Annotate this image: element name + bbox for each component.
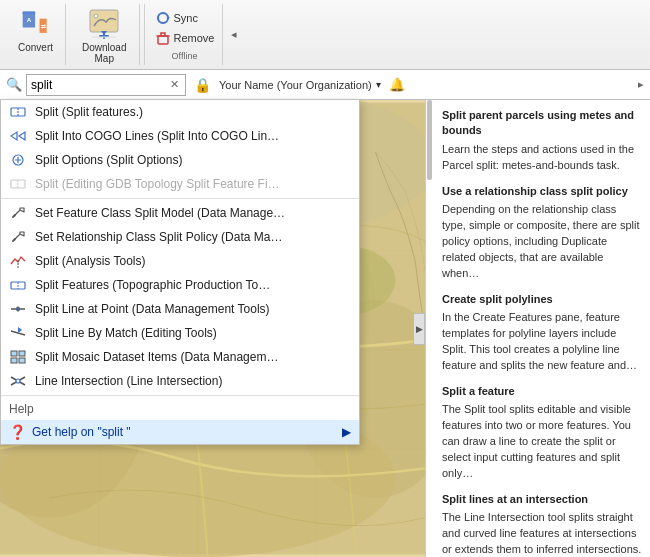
get-help-label: Get help on "split " — [32, 425, 131, 439]
dropdown-help-label: Help — [1, 398, 359, 420]
dropdown-separator-2 — [1, 395, 359, 396]
svg-text:⇄: ⇄ — [40, 23, 45, 30]
dropdown-item-split-options[interactable]: Split Options (Split Options) — [1, 148, 359, 172]
dropdown-arrow[interactable]: ▾ — [376, 79, 381, 90]
search-bar: 🔍 ✕ 🔒 Your Name (Your Organization) ▾ 🔔 … — [0, 70, 650, 100]
remove-label: Remove — [174, 32, 215, 44]
dropdown-item-split-cogo[interactable]: Split Into COGO Lines (Split Into COGO L… — [1, 124, 359, 148]
search-icon: 🔍 — [6, 77, 22, 92]
dropdown-item-split-line-point[interactable]: Split Line at Point (Data Management Too… — [1, 297, 359, 321]
notification-bell-icon[interactable]: 🔔 — [389, 77, 405, 92]
dropdown-item-label: Split Line at Point (Data Management Too… — [35, 302, 270, 316]
svg-text:A: A — [26, 16, 31, 23]
sync-button[interactable]: Sync — [153, 9, 217, 27]
split-analysis-icon — [9, 253, 27, 269]
svg-rect-15 — [19, 351, 25, 356]
help-circle-icon: ❓ — [9, 424, 26, 440]
dropdown-item-label: Split Into COGO Lines (Split Into COGO L… — [35, 129, 279, 143]
download-map-icon — [88, 8, 120, 40]
user-name: Your Name (Your Organization) — [219, 79, 372, 91]
dropdown-item-label: Split Mosaic Dataset Items (Data Managem… — [35, 350, 278, 364]
section-text-5: The Line Intersection tool splits straig… — [442, 510, 642, 557]
dropdown-item-label: Set Feature Class Split Model (Data Mana… — [35, 206, 285, 220]
split-mosaic-icon — [9, 349, 27, 365]
dropdown-separator — [1, 198, 359, 199]
section-text-4: The Split tool splits editable and visib… — [442, 402, 642, 482]
dropdown-item-split-analysis[interactable]: Split (Analysis Tools) — [1, 249, 359, 273]
download-map-label: DownloadMap — [82, 42, 126, 64]
dropdown-item-set-relationship[interactable]: Set Relationship Class Split Policy (Dat… — [1, 225, 359, 249]
remove-icon — [155, 30, 171, 46]
dropdown-item-label: Line Intersection (Line Intersection) — [35, 374, 222, 388]
help-text: Help — [9, 402, 34, 416]
panel-section-5: Split lines at an intersection The Line … — [442, 492, 642, 557]
split-opts-icon — [9, 152, 27, 168]
dropdown-item-label: Set Relationship Class Split Policy (Dat… — [35, 230, 282, 244]
svg-rect-17 — [19, 358, 25, 363]
dropdown-item-line-intersection[interactable]: Line Intersection (Line Intersection) — [1, 369, 359, 393]
split-edit-icon — [9, 176, 27, 192]
panel-section-1: Split parent parcels using metes and bou… — [442, 108, 642, 174]
panel-collapse-button[interactable]: ▶ — [413, 313, 425, 345]
split-line-point-icon — [9, 301, 27, 317]
line-intersection-icon — [9, 373, 27, 389]
panel-section-3: Create split polylines In the Create Fea… — [442, 292, 642, 374]
expand-right-icon[interactable]: ▸ — [638, 78, 644, 91]
dropdown-item-split-mosaic[interactable]: Split Mosaic Dataset Items (Data Managem… — [1, 345, 359, 369]
dropdown-item-split-line-match[interactable]: Split Line By Match (Editing Tools) — [1, 321, 359, 345]
search-input-wrap: ✕ — [26, 74, 186, 96]
dropdown-item-split-features[interactable]: Split (Split features.) — [1, 100, 359, 124]
svg-rect-14 — [11, 351, 17, 356]
search-clear-button[interactable]: ✕ — [168, 78, 181, 91]
panel-content: Split parent parcels using metes and bou… — [434, 108, 642, 557]
dropdown-item-split-topo[interactable]: Split Features (Topographic Production T… — [1, 273, 359, 297]
dropdown-item-label: Split (Analysis Tools) — [35, 254, 145, 268]
get-help-button[interactable]: ❓ Get help on "split " ▶ — [1, 420, 359, 444]
split-line-match-icon — [9, 325, 27, 341]
svg-rect-16 — [11, 358, 17, 363]
search-dropdown: Split (Split features.) Split Into COGO … — [0, 99, 360, 445]
user-area: Your Name (Your Organization) ▾ — [219, 79, 381, 91]
section-text-1: Learn the steps and actions used in the … — [442, 142, 642, 174]
lock-icon: 🔒 — [194, 77, 211, 93]
search-input[interactable] — [31, 78, 164, 92]
section-title-1: Split parent parcels using metes and bou… — [442, 108, 642, 139]
toolbar-collapse-left[interactable]: ◂ — [227, 4, 241, 65]
wrench-icon-2 — [9, 229, 27, 245]
convert-icon: A ⇄ — [20, 8, 52, 40]
dropdown-item-label: Split (Split features.) — [35, 105, 143, 119]
panel-section-4: Split a feature The Split tool splits ed… — [442, 384, 642, 482]
download-map-button[interactable]: DownloadMap — [78, 6, 130, 66]
offline-group-label: Offline — [153, 49, 217, 61]
side-panel: Split parent parcels using metes and bou… — [425, 100, 650, 557]
section-title-4: Split a feature — [442, 384, 642, 399]
split-features-icon — [9, 104, 27, 120]
dropdown-item-label: Split Features (Topographic Production T… — [35, 278, 270, 292]
section-title-5: Split lines at an intersection — [442, 492, 642, 507]
remove-button[interactable]: Remove — [153, 29, 217, 47]
dropdown-item-label: Split Options (Split Options) — [35, 153, 182, 167]
dropdown-item-label: Split Line By Match (Editing Tools) — [35, 326, 217, 340]
dropdown-item-label: Split (Editing GDB Topology Split Featur… — [35, 177, 280, 191]
wrench-icon-1 — [9, 205, 27, 221]
split-cogo-icon — [9, 128, 27, 144]
svg-rect-1 — [22, 12, 34, 15]
panel-section-2: Use a relationship class split policy De… — [442, 184, 642, 282]
dropdown-item-set-feature-class[interactable]: Set Feature Class Split Model (Data Mana… — [1, 201, 359, 225]
convert-button[interactable]: A ⇄ Convert — [14, 6, 57, 55]
dropdown-item-split-editing: Split (Editing GDB Topology Split Featur… — [1, 172, 359, 196]
svg-rect-8 — [158, 36, 168, 44]
section-text-2: Depending on the relationship class type… — [442, 202, 642, 282]
svg-point-6 — [94, 14, 98, 18]
scroll-thumb[interactable] — [427, 100, 432, 180]
section-title-3: Create split polylines — [442, 292, 642, 307]
split-topo-icon — [9, 277, 27, 293]
section-text-3: In the Create Features pane, feature tem… — [442, 310, 642, 374]
toolbar: A ⇄ Convert DownloadMap — [0, 0, 650, 70]
convert-label: Convert — [18, 42, 53, 53]
sync-label: Sync — [174, 12, 198, 24]
section-title-2: Use a relationship class split policy — [442, 184, 642, 199]
sync-icon — [155, 10, 171, 26]
svg-point-18 — [16, 379, 20, 383]
get-help-arrow: ▶ — [342, 425, 351, 439]
